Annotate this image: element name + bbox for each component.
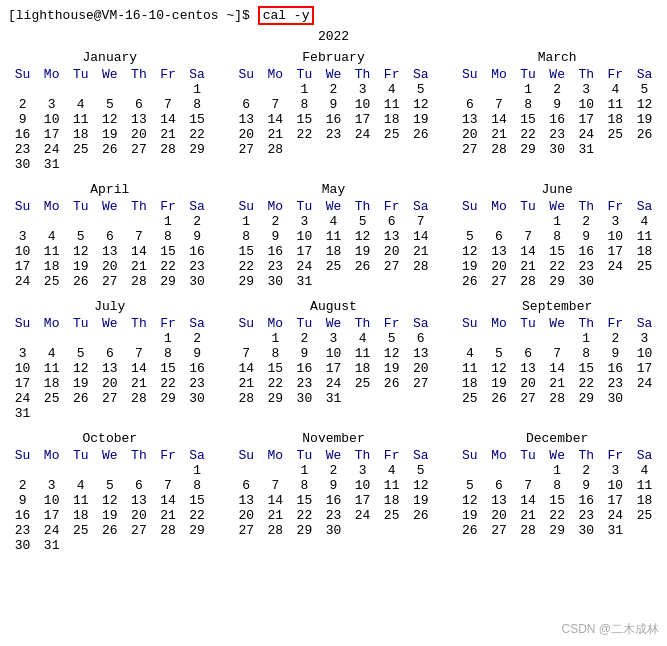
cal-day: 7 bbox=[232, 346, 261, 361]
cal-day: 7 bbox=[514, 229, 543, 244]
cal-day: 25 bbox=[377, 127, 406, 142]
cal-day: 30 bbox=[601, 391, 630, 406]
cal-day: 7 bbox=[153, 97, 182, 112]
day-header-fr: Fr bbox=[377, 448, 406, 463]
cal-day bbox=[630, 142, 659, 157]
cal-day: 5 bbox=[455, 229, 484, 244]
cal-day: 12 bbox=[377, 346, 406, 361]
day-header-fr: Fr bbox=[153, 199, 182, 214]
cal-day: 22 bbox=[153, 259, 182, 274]
watermark: CSDN @二木成林 bbox=[561, 621, 659, 638]
cal-day bbox=[124, 463, 153, 478]
cal-day: 24 bbox=[37, 142, 66, 157]
cal-day: 2 bbox=[601, 331, 630, 346]
cal-day: 22 bbox=[572, 376, 601, 391]
cal-day: 16 bbox=[572, 244, 601, 259]
cal-day: 9 bbox=[601, 346, 630, 361]
cal-day: 25 bbox=[630, 259, 659, 274]
cal-day: 4 bbox=[66, 97, 95, 112]
cal-day: 14 bbox=[153, 112, 182, 127]
cal-day: 3 bbox=[290, 214, 319, 229]
cal-day: 4 bbox=[630, 214, 659, 229]
cal-day: 8 bbox=[572, 346, 601, 361]
day-header-sa: Sa bbox=[183, 448, 212, 463]
cal-day bbox=[66, 406, 95, 421]
cal-day: 14 bbox=[232, 361, 261, 376]
cal-day: 10 bbox=[8, 244, 37, 259]
cal-day: 29 bbox=[183, 523, 212, 538]
cal-day bbox=[183, 157, 212, 172]
cal-day bbox=[406, 523, 435, 538]
cal-day: 24 bbox=[601, 508, 630, 523]
cal-day: 5 bbox=[66, 229, 95, 244]
day-header-mo: Mo bbox=[484, 448, 513, 463]
day-header-tu: Tu bbox=[290, 67, 319, 82]
cal-day bbox=[95, 538, 124, 553]
cal-day: 19 bbox=[406, 493, 435, 508]
cal-day bbox=[124, 538, 153, 553]
cal-day: 2 bbox=[261, 214, 290, 229]
cal-day: 3 bbox=[601, 214, 630, 229]
cal-day: 23 bbox=[261, 259, 290, 274]
cal-day: 20 bbox=[455, 127, 484, 142]
cal-day: 21 bbox=[124, 376, 153, 391]
day-header-th: Th bbox=[348, 448, 377, 463]
cal-day: 1 bbox=[543, 214, 572, 229]
cal-day: 18 bbox=[377, 112, 406, 127]
day-header-th: Th bbox=[348, 199, 377, 214]
cal-day: 30 bbox=[8, 157, 37, 172]
cal-day: 21 bbox=[261, 508, 290, 523]
day-header-tu: Tu bbox=[514, 448, 543, 463]
cal-day: 13 bbox=[232, 112, 261, 127]
cal-day: 31 bbox=[572, 142, 601, 157]
cal-day: 10 bbox=[290, 229, 319, 244]
cal-day: 29 bbox=[153, 391, 182, 406]
cal-day: 9 bbox=[290, 346, 319, 361]
cal-day: 4 bbox=[348, 331, 377, 346]
cal-day bbox=[630, 391, 659, 406]
cal-day: 6 bbox=[95, 346, 124, 361]
cal-day bbox=[37, 331, 66, 346]
cal-day: 26 bbox=[95, 142, 124, 157]
cal-day bbox=[377, 523, 406, 538]
cal-day: 27 bbox=[514, 391, 543, 406]
cal-day: 19 bbox=[455, 259, 484, 274]
cal-day: 17 bbox=[290, 244, 319, 259]
cal-day bbox=[484, 214, 513, 229]
cal-day: 19 bbox=[484, 376, 513, 391]
cal-day: 16 bbox=[572, 493, 601, 508]
cal-day: 25 bbox=[348, 376, 377, 391]
cal-day: 21 bbox=[484, 127, 513, 142]
month-title: January bbox=[8, 50, 212, 65]
cal-day: 7 bbox=[261, 97, 290, 112]
cal-day: 26 bbox=[66, 391, 95, 406]
cal-day: 27 bbox=[124, 142, 153, 157]
prompt-line: [lighthouse@VM-16-10-centos ~]$ cal -y bbox=[8, 6, 659, 25]
cal-day: 30 bbox=[543, 142, 572, 157]
cal-day: 18 bbox=[66, 508, 95, 523]
cal-day: 12 bbox=[455, 244, 484, 259]
cal-day bbox=[183, 538, 212, 553]
cal-day bbox=[484, 82, 513, 97]
cal-day bbox=[66, 82, 95, 97]
cal-day: 20 bbox=[484, 259, 513, 274]
cal-day: 10 bbox=[630, 346, 659, 361]
day-header-th: Th bbox=[572, 448, 601, 463]
cal-day: 28 bbox=[543, 391, 572, 406]
month-block-april: AprilSuMoTuWeThFrSa123456789101112131415… bbox=[8, 182, 212, 289]
month-title: April bbox=[8, 182, 212, 197]
cal-day: 29 bbox=[572, 391, 601, 406]
cal-day: 20 bbox=[95, 376, 124, 391]
cal-day: 14 bbox=[261, 112, 290, 127]
cal-day: 19 bbox=[406, 112, 435, 127]
cal-day: 8 bbox=[543, 229, 572, 244]
cal-day bbox=[232, 463, 261, 478]
cal-day bbox=[543, 331, 572, 346]
cal-day: 25 bbox=[630, 508, 659, 523]
cal-day: 22 bbox=[543, 508, 572, 523]
day-header-th: Th bbox=[124, 67, 153, 82]
day-header-su: Su bbox=[8, 316, 37, 331]
cal-day: 7 bbox=[406, 214, 435, 229]
cal-day: 13 bbox=[406, 346, 435, 361]
cal-day: 21 bbox=[153, 127, 182, 142]
